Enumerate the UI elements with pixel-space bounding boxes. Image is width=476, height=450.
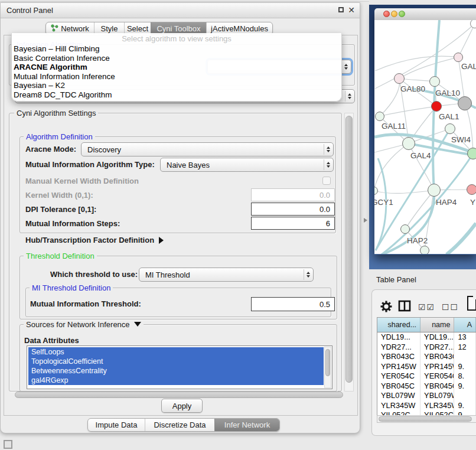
algorithm-option-mutual-information-inference[interactable]: Mutual Information Inference bbox=[12, 72, 341, 81]
table-row[interactable]: YDL19...YDL19...13 bbox=[377, 332, 476, 343]
algorithm-option-bayesian-hill-climbing[interactable]: Bayesian – Hill Climbing bbox=[12, 44, 341, 54]
dpi-tolerance-field[interactable]: 0.0 bbox=[251, 203, 335, 216]
algorithm-option-aracne-algorithm[interactable]: ARACNE Algorithm bbox=[12, 63, 341, 72]
attribute-betweennesscentrality[interactable]: BetweennessCentrality bbox=[28, 366, 324, 376]
mi-threshold-field[interactable]: 0.5 bbox=[251, 297, 335, 311]
mi-steps-field[interactable]: 6 bbox=[251, 217, 335, 230]
float-window-icon[interactable] bbox=[338, 7, 344, 12]
apply-button-label: Apply bbox=[172, 402, 192, 410]
table-row[interactable]: YER054CYER054C8. bbox=[377, 371, 476, 381]
graph-node-hap2[interactable] bbox=[400, 224, 410, 234]
tab-discretize-data[interactable]: Discretize Data bbox=[145, 419, 214, 431]
column-header-name[interactable]: name bbox=[420, 318, 454, 332]
table-cell: YLR345W bbox=[420, 401, 454, 411]
graph-node-gal10[interactable] bbox=[429, 76, 440, 87]
graph-node[interactable] bbox=[420, 246, 429, 254]
stepper-icon bbox=[324, 159, 332, 170]
stepper-icon bbox=[341, 61, 350, 72]
which-threshold-select[interactable]: MI Threshold bbox=[139, 268, 314, 282]
table-horizontal-scrollbar[interactable] bbox=[377, 415, 476, 423]
graph-node-hap4[interactable] bbox=[428, 184, 441, 197]
table-cell: YBR043C bbox=[420, 352, 454, 362]
mi-type-select[interactable]: Naive Bayes bbox=[160, 158, 334, 172]
graph-node-gal80[interactable] bbox=[394, 73, 405, 84]
network-canvas[interactable]: GALGAL80GAL10GAL1GAL11GAL4SWI4GCY1HAP4YH… bbox=[374, 20, 476, 254]
graph-node-gal4[interactable] bbox=[402, 137, 415, 150]
attribute-selfloops[interactable]: SelfLoops bbox=[28, 347, 324, 357]
tab-impute-data[interactable]: Impute Data bbox=[88, 419, 145, 431]
manual-kernel-checkbox[interactable] bbox=[322, 177, 331, 185]
mi-type-label: Mutual Information Algorithm Type: bbox=[25, 159, 155, 171]
table-row[interactable]: YBL079WYBL079W bbox=[377, 391, 476, 401]
table-cell: YDL19... bbox=[377, 332, 420, 343]
top-divider bbox=[0, 1, 369, 2]
table-row[interactable]: YDR27...YDR27...12 bbox=[377, 343, 476, 353]
function-builder-icon[interactable] bbox=[467, 296, 476, 311]
which-threshold-value: MI Threshold bbox=[145, 270, 190, 279]
graph-node-gal1[interactable] bbox=[431, 101, 442, 112]
tab-label: Style bbox=[101, 24, 118, 33]
node-attribute-table: shared...nameA YDL19...YDL19...13YDR27..… bbox=[377, 317, 476, 416]
data-attributes-list[interactable]: SelfLoopsTopologicalCoefficientBetweenne… bbox=[27, 345, 332, 389]
sources-title: Sources for Network Inference bbox=[26, 320, 130, 329]
gear-icon[interactable] bbox=[380, 301, 392, 312]
table-row[interactable]: YBR045CYBR045C9. bbox=[377, 381, 476, 392]
kernel-width-label: Kernel Width (0,1): bbox=[25, 190, 93, 201]
select-all-checkboxes-icon[interactable]: ☑☑ bbox=[418, 302, 435, 312]
scrollbar-thumb[interactable] bbox=[325, 349, 330, 376]
table-cell: YDR27... bbox=[377, 343, 420, 353]
resize-grip[interactable] bbox=[4, 440, 12, 449]
manual-kernel-label: Manual Kernel Width Definition bbox=[25, 175, 139, 187]
mi-type-value: Naive Bayes bbox=[167, 161, 210, 169]
tab-infer-network[interactable]: Infer Network bbox=[214, 419, 279, 431]
tab-label: Infer Network bbox=[224, 420, 270, 429]
column-header-a[interactable]: A bbox=[454, 318, 476, 332]
mi-threshold-value: 0.5 bbox=[319, 300, 330, 309]
attributes-vertical-scrollbar[interactable] bbox=[324, 347, 331, 388]
dropdown-items: Bayesian – Hill ClimbingBasic Correlatio… bbox=[12, 44, 341, 99]
graph-node[interactable] bbox=[458, 96, 472, 110]
close-icon[interactable]: ✕ bbox=[348, 5, 355, 15]
table-row[interactable]: YBR043CYBR043C bbox=[377, 352, 476, 362]
table-row[interactable]: YLR345WYLR345W9. bbox=[377, 401, 476, 411]
table-panel-card: ☑☑ ☐☐ shared...nameA YDL19...YDL19...13Y… bbox=[371, 289, 476, 436]
scrollbar-thumb[interactable] bbox=[345, 116, 353, 383]
panel-divider-arrow[interactable] bbox=[364, 218, 367, 223]
node-label: GAL80 bbox=[400, 84, 425, 93]
mi-steps-value: 6 bbox=[326, 219, 330, 228]
close-button[interactable] bbox=[383, 11, 390, 17]
dropdown-hint: Select algorithm to view settings bbox=[12, 33, 341, 44]
hub-definition-toggle[interactable]: Hub/Transcription Factor Definition bbox=[25, 234, 164, 246]
hub-definition-label: Hub/Transcription Factor Definition bbox=[25, 236, 154, 244]
algorithm-option-bayesian-k2[interactable]: Bayesian – K2 bbox=[12, 81, 341, 90]
attribute-gal4rgexp[interactable]: gal4RGexp bbox=[28, 376, 324, 385]
graph-node[interactable] bbox=[467, 148, 476, 159]
network-icon bbox=[51, 24, 58, 34]
settings-vertical-scrollbar[interactable] bbox=[344, 113, 354, 392]
zoom-button[interactable] bbox=[399, 11, 405, 17]
column-header-shared[interactable]: shared... bbox=[377, 318, 420, 332]
attribute-topologicalcoefficient[interactable]: TopologicalCoefficient bbox=[28, 357, 324, 366]
settings-horizontal-scrollbar[interactable] bbox=[15, 392, 343, 398]
apply-button[interactable]: Apply bbox=[161, 399, 203, 413]
algorithm-option-dream8-dc-tdc-algorithm[interactable]: Dream8 DC_TDC Algorithm bbox=[12, 90, 341, 100]
node-label: GAL bbox=[461, 62, 476, 71]
graph-node-y[interactable] bbox=[467, 184, 476, 195]
graph-node-swi4[interactable] bbox=[445, 123, 455, 134]
split-panel-icon[interactable] bbox=[398, 299, 411, 312]
table-header-row: shared...nameA bbox=[377, 318, 476, 332]
table-cell: YER054C bbox=[377, 371, 420, 381]
scrollbar-thumb[interactable] bbox=[379, 416, 472, 422]
aracne-mode-value: Discovery bbox=[87, 145, 121, 154]
node-label: HAP4 bbox=[436, 198, 457, 207]
sources-title-toggle[interactable]: Sources for Network Inference bbox=[24, 321, 144, 329]
algorithm-option-basic-correlation-inference[interactable]: Basic Correlation Inference bbox=[12, 54, 341, 63]
deselect-all-checkboxes-icon[interactable]: ☐☐ bbox=[442, 302, 459, 312]
kernel-width-field[interactable]: 0.0 bbox=[251, 188, 335, 201]
aracne-mode-select[interactable]: Discovery bbox=[81, 142, 334, 156]
network-desktop: GALGAL80GAL10GAL1GAL11GAL4SWI4GCY1HAP4YH… bbox=[369, 5, 476, 269]
table-row[interactable]: YPR145WYPR145W9. bbox=[377, 362, 476, 372]
minimize-button[interactable] bbox=[391, 11, 397, 17]
graph-node-gal11[interactable] bbox=[375, 112, 384, 121]
graph-node-gal[interactable] bbox=[454, 53, 463, 62]
